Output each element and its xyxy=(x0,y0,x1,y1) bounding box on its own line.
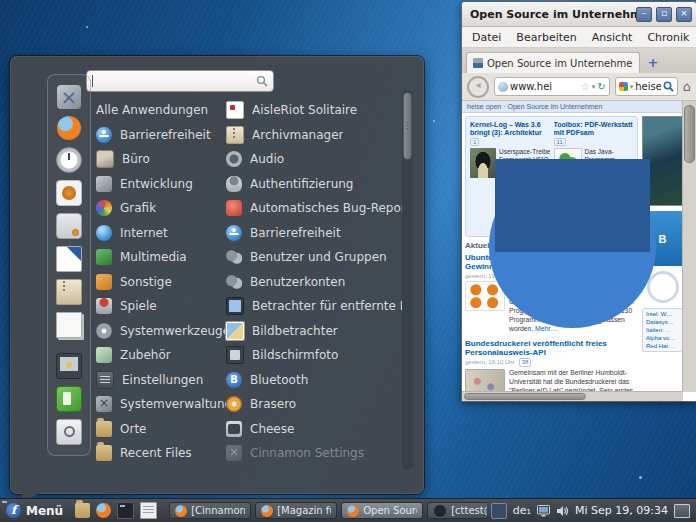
back-button[interactable]: ◂ xyxy=(467,76,489,98)
window-selector-icon[interactable] xyxy=(674,504,690,518)
menu-application[interactable]: Cheese xyxy=(226,417,402,442)
favorite-app-icon[interactable] xyxy=(57,116,81,140)
launcher-icon[interactable] xyxy=(140,502,157,519)
url-bar[interactable]: www.hei ☆ ▾ ↻ xyxy=(494,77,610,96)
breadcrumb[interactable]: heise open · Open Source im Unternehmen xyxy=(462,101,683,113)
menu-application[interactable]: Audio xyxy=(226,147,402,172)
window-button[interactable] xyxy=(656,7,672,22)
keyboard-layout-indicator[interactable]: de₁ xyxy=(513,504,531,517)
wallpaper-dot xyxy=(639,476,642,479)
menu-application[interactable]: Bildschirmfoto xyxy=(226,343,402,368)
window-button[interactable] xyxy=(636,7,652,22)
vertical-scrollbar-thumb[interactable] xyxy=(684,105,695,163)
favorite-app-icon[interactable] xyxy=(56,180,82,206)
application-icon xyxy=(226,151,242,167)
bookmark-star-icon[interactable]: ☆ xyxy=(581,81,590,92)
application-label: Brasero xyxy=(250,397,296,411)
menu-category[interactable]: Entwicklung xyxy=(96,172,226,197)
application-label: Cheese xyxy=(250,422,294,436)
menu-application[interactable]: Betrachter für entfernte Bildschirme xyxy=(226,294,402,319)
menubar-item[interactable]: Ansicht xyxy=(592,31,633,44)
sidebar-link[interactable]: Italien: … xyxy=(646,327,679,333)
menu-category[interactable]: Multimedia xyxy=(96,245,226,270)
teaser-headline[interactable]: Kernel-Log – Was 3.6 bringt (3): Archite… xyxy=(470,121,550,138)
menu-category[interactable]: Sonstige xyxy=(96,270,226,295)
menu-category[interactable]: Recent Files xyxy=(96,441,226,466)
menu-category[interactable]: Spiele xyxy=(96,294,226,319)
taskbar-window-button[interactable]: Open Source i… xyxy=(341,502,423,519)
menu-application[interactable]: Automatisches Bug-Reporting-Tool xyxy=(226,196,402,221)
favorite-app-icon[interactable] xyxy=(56,213,82,239)
menu-application[interactable]: Authentifizierung xyxy=(226,172,402,197)
navigation-toolbar: ◂ www.hei ☆ ▾ ↻ ▾ heise ⌂ xyxy=(462,73,696,101)
url-dropdown-icon[interactable]: ▾ xyxy=(592,83,596,91)
sidebar-link[interactable]: Datasys… xyxy=(646,319,679,325)
menubar-item[interactable]: Chronik xyxy=(647,31,689,44)
menu-scrollbar[interactable] xyxy=(402,90,413,470)
menu-application[interactable]: Bluetooth xyxy=(226,368,402,393)
menu-search-input[interactable] xyxy=(86,70,274,92)
menu-application[interactable]: AisleRiot Solitaire xyxy=(226,98,402,123)
menu-scrollbar-thumb[interactable] xyxy=(403,92,412,160)
launcher-icon[interactable] xyxy=(96,503,111,518)
menu-category[interactable]: Systemwerkzeuge xyxy=(96,319,226,344)
menu-application[interactable]: Benutzerkonten xyxy=(226,270,402,295)
search-text[interactable]: heise xyxy=(635,81,660,92)
window-titlebar[interactable]: Open Source im Unternehmen … xyxy=(462,2,696,27)
search-engine-dropdown-icon[interactable]: ▾ xyxy=(630,83,634,91)
new-tab-button[interactable]: + xyxy=(644,55,662,71)
search-magnifier-icon[interactable] xyxy=(663,77,674,96)
horizontal-scrollbar-thumb[interactable] xyxy=(464,393,586,400)
launcher-icon[interactable] xyxy=(75,503,90,518)
menu-category[interactable]: Barrierefreiheit xyxy=(96,123,226,148)
sidebar-link[interactable]: Alpha vo… xyxy=(646,335,679,341)
menu-category[interactable]: Einstellungen xyxy=(96,368,226,393)
favorite-app-icon[interactable] xyxy=(57,85,81,109)
home-button[interactable]: ⌂ xyxy=(683,79,691,94)
menu-application[interactable]: Barrierefreiheit xyxy=(226,221,402,246)
session-action-icon[interactable] xyxy=(56,386,82,412)
menu-application[interactable]: Brasero xyxy=(226,392,402,417)
sidebar-link[interactable]: Red Hat … xyxy=(646,343,679,349)
window-button-label: [cttest@localh… xyxy=(451,505,487,516)
taskbar-window-button[interactable]: [cttest@localh… xyxy=(427,502,487,519)
news-headline[interactable]: Bundesdruckerei veröffentlicht freies Pe… xyxy=(465,339,638,357)
favorite-app-icon[interactable] xyxy=(56,147,82,173)
display-icon[interactable] xyxy=(537,505,550,517)
menu-application[interactable]: Archivmanager xyxy=(226,123,402,148)
menubar-item[interactable]: Bearbeiten xyxy=(516,31,576,44)
session-action-icon[interactable] xyxy=(56,353,82,379)
menu-application[interactable]: Benutzer und Gruppen xyxy=(226,245,402,270)
menu-category[interactable]: Alle Anwendungen xyxy=(96,98,226,123)
sidebar-link[interactable]: Intel: W… xyxy=(646,311,679,317)
vertical-scrollbar[interactable] xyxy=(682,101,696,392)
search-bar[interactable]: ▾ heise xyxy=(615,77,678,96)
session-action-icon[interactable] xyxy=(56,419,82,445)
favorite-app-icon[interactable] xyxy=(56,312,82,338)
taskbar-window-button[interactable]: [Magazin für C… xyxy=(255,502,337,519)
menu-application[interactable]: Bildbetrachter xyxy=(226,319,402,344)
teaser-headline[interactable]: Toolbox: PDF-Werkstatt mit PDFsam xyxy=(554,121,634,138)
menubar-item[interactable]: Datei xyxy=(472,31,501,44)
clock[interactable]: Mi Sep 19, 09:34 xyxy=(575,504,668,517)
window-button[interactable] xyxy=(676,7,692,22)
comment-count[interactable]: 38 xyxy=(519,358,532,367)
horizontal-scrollbar[interactable] xyxy=(462,391,683,401)
menu-application[interactable]: Cinnamon Settings xyxy=(226,441,402,466)
favorite-app-icon[interactable] xyxy=(56,246,82,272)
taskbar-window-button[interactable]: [Cinnamon 1.6… xyxy=(169,502,251,519)
menu-button[interactable]: f Menü xyxy=(4,500,69,521)
reload-icon[interactable]: ↻ xyxy=(597,81,605,92)
menu-category[interactable]: Orte xyxy=(96,417,226,442)
browser-tab[interactable]: Open Source im Unternehmen |... xyxy=(466,52,640,73)
favorite-app-icon[interactable] xyxy=(56,279,82,305)
menu-category[interactable]: Grafik xyxy=(96,196,226,221)
tray-applet-icon[interactable] xyxy=(491,503,507,519)
url-text[interactable]: www.hei xyxy=(510,81,579,92)
volume-icon[interactable] xyxy=(556,505,569,517)
menu-category[interactable]: Systemverwaltung xyxy=(96,392,226,417)
menu-category[interactable]: Büro xyxy=(96,147,226,172)
menu-category[interactable]: Zubehör xyxy=(96,343,226,368)
menu-category[interactable]: Internet xyxy=(96,221,226,246)
launcher-icon[interactable] xyxy=(117,502,134,519)
